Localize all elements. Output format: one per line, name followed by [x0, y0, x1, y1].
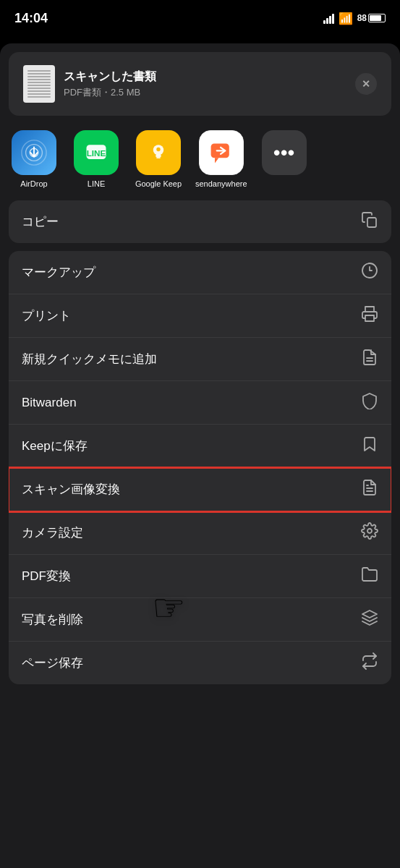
file-header: スキャンした書類 PDF書類・2.5 MB ✕	[9, 52, 391, 116]
menu-item-markup[interactable]: マークアップ	[9, 251, 391, 294]
menu-item-deletephoto-label: 写真を削除	[22, 611, 83, 628]
menu-item-bitwarden-label: Bitwarden	[22, 396, 77, 410]
close-button[interactable]: ✕	[355, 73, 377, 95]
file-meta: PDF書類・2.5 MB	[64, 86, 355, 99]
layers-icon	[361, 609, 378, 630]
scanconvert-icon	[361, 479, 378, 500]
menu-section-copy: コピー	[9, 200, 391, 243]
menu-item-copy[interactable]: コピー	[9, 200, 391, 243]
bitwarden-icon	[361, 392, 378, 413]
signal-icon	[323, 12, 334, 24]
copy-icon	[361, 211, 378, 232]
markup-icon	[361, 262, 378, 283]
app-item-line[interactable]: LINE LINE	[71, 130, 122, 189]
menu-item-print-label: プリント	[22, 307, 71, 324]
battery-indicator: 88	[357, 13, 386, 23]
status-time: 14:04	[14, 11, 48, 26]
app-row: AirDrop LINE LINE	[0, 116, 400, 200]
svg-text:LINE: LINE	[87, 148, 106, 158]
more-icon: •••	[262, 130, 307, 175]
svg-rect-14	[365, 315, 374, 321]
menu-item-scanconvert[interactable]: スキャン画像変換	[9, 468, 391, 511]
app-item-more[interactable]: •••	[259, 130, 310, 189]
print-icon	[361, 305, 378, 326]
keep-icon	[361, 435, 378, 456]
svg-rect-12	[367, 218, 376, 227]
menu-section-main: マークアップ プリント	[9, 251, 391, 684]
menu-item-pdfconvert-label: PDF変換	[22, 568, 71, 584]
menu-item-copy-label: コピー	[22, 213, 59, 230]
airdrop-icon	[12, 130, 56, 175]
folder-icon	[361, 566, 378, 587]
status-bar: 14:04 📶 88	[0, 0, 400, 36]
menu-item-camerasettings[interactable]: カメラ設定	[9, 511, 391, 555]
file-info: スキャンした書類 PDF書類・2.5 MB	[64, 69, 355, 99]
googlekeep-icon	[136, 130, 181, 175]
app-item-airdrop[interactable]: AirDrop	[9, 130, 59, 189]
status-icons: 📶 88	[323, 12, 386, 25]
menu-item-scanconvert-label: スキャン画像変換	[22, 481, 120, 498]
app-label-sendanywhere: sendanywhere	[195, 179, 247, 189]
menu-item-quickmemo-label: 新規クイックメモに追加	[22, 351, 157, 367]
menu-item-pagesave[interactable]: ページ保存	[9, 642, 391, 684]
app-item-googlekeep[interactable]: Google Keep	[133, 130, 184, 189]
app-label-line: LINE	[88, 179, 105, 189]
menu-item-quickmemo[interactable]: 新規クイックメモに追加	[9, 338, 391, 381]
app-label-airdrop: AirDrop	[20, 179, 47, 189]
svg-point-20	[367, 529, 372, 533]
battery-body	[368, 14, 386, 22]
app-label-googlekeep: Google Keep	[135, 179, 182, 189]
gear-icon	[361, 522, 378, 543]
battery-label: 88	[357, 13, 367, 23]
menu-item-keep[interactable]: Keepに保存	[9, 425, 391, 468]
menu-item-pdfconvert[interactable]: PDF変換	[9, 555, 391, 598]
menu-item-pagesave-label: ページ保存	[22, 655, 83, 671]
svg-rect-7	[156, 155, 161, 158]
menu-item-camerasettings-label: カメラ設定	[22, 524, 83, 541]
line-icon: LINE	[74, 130, 119, 175]
svg-rect-8	[156, 157, 160, 158]
app-item-sendanywhere[interactable]: sendanywhere	[195, 130, 247, 189]
svg-point-9	[156, 148, 160, 151]
share-sheet: スキャンした書類 PDF書類・2.5 MB ✕ AirDrop	[0, 43, 400, 868]
battery-fill	[370, 15, 381, 21]
pagesave-icon	[361, 652, 378, 673]
menu-list: コピー マークアップ	[0, 200, 400, 692]
menu-item-print[interactable]: プリント	[9, 294, 391, 338]
file-thumbnail	[23, 65, 55, 103]
svg-marker-21	[362, 610, 377, 618]
file-name: スキャンした書類	[64, 69, 355, 85]
svg-marker-11	[215, 158, 218, 163]
sendanywhere-icon	[199, 130, 244, 175]
quickmemo-icon	[361, 349, 378, 370]
menu-item-keep-label: Keepに保存	[22, 438, 88, 454]
wifi-icon: 📶	[339, 12, 353, 25]
menu-item-bitwarden[interactable]: Bitwarden	[9, 381, 391, 425]
menu-item-markup-label: マークアップ	[22, 264, 95, 281]
menu-item-deletephoto[interactable]: 写真を削除	[9, 598, 391, 642]
